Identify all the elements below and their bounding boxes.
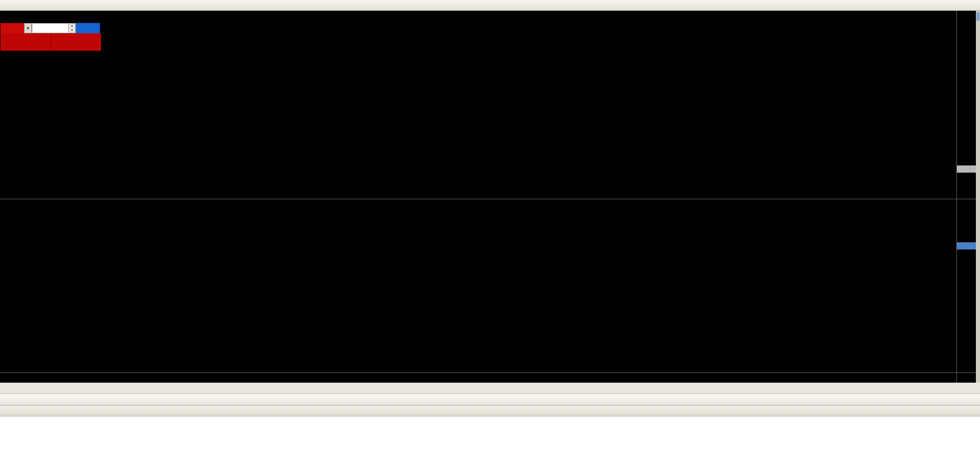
trading-terminal-window: ▼ ▲▼ bbox=[0, 0, 980, 460]
price-axis-border bbox=[956, 11, 957, 383]
time-axis bbox=[0, 373, 956, 383]
positions-table-header bbox=[0, 394, 980, 405]
trade-panel bbox=[0, 394, 980, 416]
equity-indicator-chart[interactable] bbox=[0, 199, 956, 373]
chart-tabs-bar bbox=[0, 383, 980, 394]
volume-field: ▲▼ bbox=[32, 23, 76, 33]
account-summary-bar bbox=[0, 405, 980, 416]
volume-up-button[interactable]: ▲ bbox=[69, 24, 75, 28]
volume-spinner: ▲▼ bbox=[68, 24, 75, 33]
volume-input[interactable] bbox=[32, 24, 68, 33]
oneclick-menu-caret[interactable]: ▼ bbox=[24, 23, 32, 33]
buy-button[interactable] bbox=[76, 23, 100, 33]
sell-button[interactable] bbox=[1, 23, 24, 33]
sell-price-button[interactable] bbox=[1, 33, 51, 51]
candlestick-chart[interactable] bbox=[0, 11, 956, 199]
scrollbar-thumb[interactable] bbox=[976, 12, 979, 21]
volume-down-button[interactable]: ▼ bbox=[69, 28, 75, 33]
buy-price-button[interactable] bbox=[51, 33, 101, 51]
chart-window[interactable]: ▼ ▲▼ bbox=[0, 11, 980, 383]
one-click-trading-panel: ▼ ▲▼ bbox=[1, 23, 101, 51]
pane-separator[interactable] bbox=[0, 199, 976, 199]
main-toolbar bbox=[0, 0, 980, 11]
vertical-scrollbar[interactable] bbox=[976, 11, 980, 383]
